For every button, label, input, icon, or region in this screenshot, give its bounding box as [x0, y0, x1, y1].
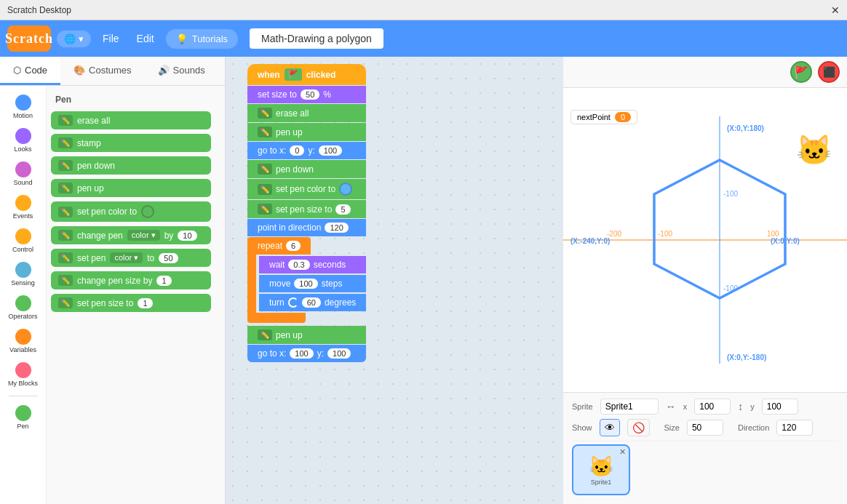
change-pen-value[interactable]: 10: [178, 231, 196, 241]
erase-all-block[interactable]: ✏️ erase all: [51, 111, 211, 129]
category-operators[interactable]: Operators: [1, 292, 45, 323]
stage-canvas[interactable]: nextPoint 0 -200 -100 100 -100 -100 (: [563, 88, 847, 392]
stamp-pen-icon: ✏️: [58, 137, 73, 148]
cb-set-pen-size[interactable]: ✏️ set pen size to 5: [247, 200, 366, 218]
cb-repeat-hat[interactable]: repeat 6: [247, 237, 311, 255]
set-pen-color-value[interactable]: 50: [159, 253, 178, 263]
sprite-name-input[interactable]: [600, 399, 659, 415]
cb-erase-all[interactable]: ✏️ erase all: [247, 104, 366, 122]
goto1-x[interactable]: 0: [290, 145, 304, 156]
code-editor[interactable]: when 🚩 clicked set size to 50 % ✏️ erase…: [226, 57, 563, 504]
category-motion[interactable]: Motion: [1, 92, 45, 122]
tutorials-button[interactable]: 💡 Tutorials: [166, 29, 238, 49]
project-title[interactable]: Math-Drawing a polygon: [250, 28, 383, 49]
set-pen-color-to-block[interactable]: ✏️ set pen color ▾ to 50: [51, 249, 211, 267]
goto1-y-label: y:: [308, 145, 314, 156]
cb-pen-up-2[interactable]: ✏️ pen up: [247, 326, 366, 344]
wait-value[interactable]: 0.3: [288, 260, 309, 270]
repeat-value[interactable]: 6: [286, 241, 301, 251]
blocks-palette: Pen ✏️ erase all ✏️ stamp ✏️ pen down ✏️…: [47, 86, 225, 504]
cb-wait[interactable]: wait 0.3 seconds: [259, 256, 366, 273]
color-to-dropdown[interactable]: color ▾: [110, 252, 143, 263]
move-value[interactable]: 100: [294, 279, 317, 289]
delete-sprite-icon[interactable]: ✕: [619, 447, 626, 457]
goto2-x[interactable]: 100: [290, 348, 313, 359]
stop-icon: ⬛: [823, 66, 835, 78]
goto2-y[interactable]: 100: [327, 348, 351, 359]
repeat-bottom: [247, 313, 306, 323]
size-value[interactable]: 50: [301, 89, 319, 100]
show-hidden-button[interactable]: 🚫: [627, 419, 650, 436]
setcolor-icon: ✏️: [58, 207, 73, 217]
left-panel: ⬡ Code 🎨 Costumes 🔊 Sounds Motion: [0, 57, 226, 504]
x-input[interactable]: [694, 399, 731, 415]
cb-pen-up-1[interactable]: ✏️ pen up: [247, 123, 366, 141]
show-visible-button[interactable]: 👁: [600, 419, 620, 436]
category-myblocks[interactable]: My Blocks: [1, 359, 45, 390]
pen-color-swatch[interactable]: [339, 183, 352, 196]
category-control[interactable]: Control: [1, 225, 45, 256]
category-pen[interactable]: Pen: [1, 402, 45, 433]
set-size-block[interactable]: set size to 50 %: [247, 86, 366, 103]
set-pen-color-to-label: set pen: [77, 253, 106, 263]
myblocks-label: My Blocks: [8, 380, 38, 387]
sprite-thumb-1[interactable]: ✕ 🐱 Sprite1: [572, 444, 630, 495]
pen-down-block[interactable]: ✏️ pen down: [51, 156, 211, 175]
tab-code[interactable]: ⬡ Code: [0, 57, 60, 85]
sprite-thumb-name: Sprite1: [591, 479, 612, 486]
cb-penup2-icon: ✏️: [258, 329, 272, 340]
green-flag-button[interactable]: 🚩: [790, 61, 812, 83]
tab-costumes[interactable]: 🎨 Costumes: [60, 57, 145, 85]
cb-goto-1[interactable]: go to x: 0 y: 100: [247, 142, 366, 159]
category-sensing[interactable]: Sensing: [1, 259, 45, 289]
sprite-list: ✕ 🐱 Sprite1: [572, 441, 838, 498]
block-content: Motion Looks Sound Events Control: [0, 86, 225, 504]
color-dropdown[interactable]: color ▾: [127, 230, 160, 241]
category-variables[interactable]: Variables: [1, 326, 45, 356]
goto1-y[interactable]: 100: [319, 145, 342, 156]
tab-costumes-label: Costumes: [89, 65, 132, 76]
change-pen-size-block[interactable]: ✏️ change pen size by 1: [51, 271, 211, 289]
change-pen-color-block[interactable]: ✏️ change pen color ▾ by 10: [51, 226, 211, 244]
set-pen-size-block[interactable]: ✏️ set pen size to 1: [51, 294, 211, 312]
stamp-block[interactable]: ✏️ stamp: [51, 134, 211, 152]
pen-up-block[interactable]: ✏️ pen up: [51, 179, 211, 197]
tab-sounds[interactable]: 🔊 Sounds: [145, 57, 218, 85]
cb-turn[interactable]: turn 60 degrees: [259, 294, 366, 311]
size-input[interactable]: [687, 420, 723, 436]
file-menu[interactable]: File: [97, 30, 125, 47]
set-pen-color-block[interactable]: ✏️ set pen color to: [51, 201, 211, 222]
language-button[interactable]: 🌐 ▾: [57, 31, 91, 47]
change-pen-size-value[interactable]: 1: [156, 276, 171, 286]
lightbulb-icon: 💡: [176, 33, 188, 44]
myblocks-dot: [15, 362, 31, 378]
cb-pen-down[interactable]: ✏️ pen down: [247, 160, 366, 178]
wait-label: wait: [269, 260, 285, 270]
pen-edit-icon: ✏️: [58, 115, 73, 126]
x-label: x: [683, 402, 688, 411]
category-sound[interactable]: Sound: [1, 159, 45, 189]
cb-erase-icon: ✏️: [258, 108, 272, 119]
scratch-logo[interactable]: Scratch: [7, 25, 51, 52]
category-events[interactable]: Events: [1, 192, 45, 223]
cb-point-direction[interactable]: point in direction 120: [247, 219, 366, 236]
cb-set-pen-color[interactable]: ✏️ set pen color to: [247, 179, 366, 199]
y-label: y: [750, 402, 755, 411]
turn-label: turn: [269, 297, 285, 308]
when-flag-block[interactable]: when 🚩 clicked: [247, 64, 366, 85]
turn-value[interactable]: 60: [302, 297, 321, 308]
cb-goto-2[interactable]: go to x: 100 y: 100: [247, 345, 366, 362]
clicked-label: clicked: [306, 70, 336, 80]
category-looks[interactable]: Looks: [1, 125, 45, 156]
stop-button[interactable]: ⬛: [818, 61, 840, 83]
close-button[interactable]: ✕: [831, 4, 840, 16]
set-pen-size-value[interactable]: 1: [138, 298, 152, 308]
direction-value[interactable]: 120: [325, 223, 348, 233]
pen-size-value[interactable]: 5: [335, 204, 350, 215]
y-input[interactable]: [762, 399, 798, 415]
sprite-emoji: 🐱: [589, 455, 614, 479]
edit-menu[interactable]: Edit: [131, 30, 160, 47]
cb-move[interactable]: move 100 steps: [259, 275, 366, 292]
direction-input[interactable]: [776, 420, 813, 436]
color-swatch[interactable]: [141, 205, 154, 218]
